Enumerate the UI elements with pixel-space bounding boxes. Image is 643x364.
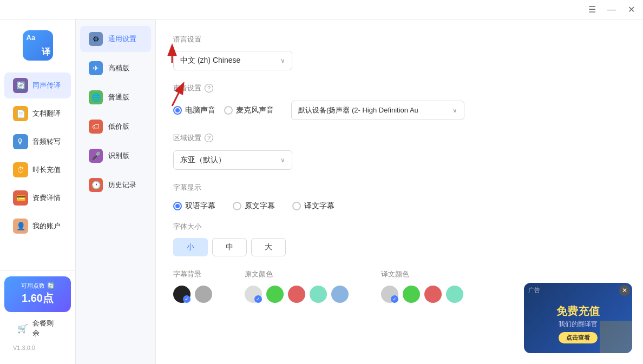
trans-color-group: 译文颜色 — [381, 269, 463, 303]
standard-label: 普通版 — [108, 92, 129, 102]
font-size-small[interactable]: 小 — [173, 238, 208, 256]
cart-icon: 🛒 — [17, 323, 28, 334]
radio-microphone-indicator — [224, 106, 233, 115]
subtitle-display-label: 字幕显示 — [173, 183, 626, 193]
my-account-label: 我的账户 — [32, 221, 61, 231]
region-help-icon[interactable]: ? — [205, 134, 213, 142]
source-color-options — [245, 286, 349, 303]
logo: Aa 译 — [0, 25, 75, 71]
bg-color-gray[interactable] — [195, 286, 212, 303]
bg-color-dark[interactable] — [173, 286, 191, 303]
cost-details-label: 资费详情 — [32, 193, 61, 203]
source-color-label: 原文颜色 — [245, 269, 349, 279]
ad-cta[interactable]: 点击查看 — [559, 332, 598, 343]
radio-microphone-label: 麦克风声音 — [236, 105, 274, 115]
sub-nav-standard[interactable]: 🌐 普通版 — [80, 84, 151, 110]
subtitle-original[interactable]: 原文字幕 — [233, 201, 275, 211]
trans-color-green[interactable] — [403, 286, 420, 303]
ad-label: 广告 — [528, 286, 540, 294]
main-content: 语言设置 中文 (zh) Chinese ∨ 声音设置 ? 电脑声音 麦克风声音… — [156, 19, 643, 364]
trans-color-red[interactable] — [424, 286, 442, 303]
points-label-row: 可用点数 🔄 — [11, 282, 64, 290]
font-size-label: 字体大小 — [173, 222, 626, 231]
audio-transcribe-icon: 🎙 — [13, 134, 28, 149]
sub-nav-high-precision[interactable]: ✈ 高精版 — [80, 55, 151, 81]
package-item[interactable]: 🛒 套餐剩余 — [9, 314, 67, 342]
device-select[interactable]: 默认设备(扬声器 (2- High Definition Au ∨ — [291, 101, 464, 120]
font-size-options: 小 中 大 — [173, 238, 626, 256]
simultaneous-label: 同声传译 — [32, 81, 61, 90]
sidebar-item-my-account[interactable]: 👤 我的账户 — [4, 213, 71, 239]
simultaneous-icon: 🔄 — [13, 78, 28, 93]
points-value: 1.60点 — [11, 291, 64, 306]
points-label-text: 可用点数 — [21, 282, 45, 290]
duration-recharge-icon: ⏱ — [13, 162, 28, 177]
source-color-white[interactable] — [245, 286, 262, 303]
ad-sub-text: 我们的翻译官 — [556, 320, 600, 329]
source-color-green[interactable] — [266, 286, 284, 303]
sidebar: Aa 译 🔄 同声传译 📄 文档翻译 🎙 音频转写 ⏱ 时长充值 💳 资费详情 … — [0, 19, 76, 364]
lang-select[interactable]: 中文 (zh) Chinese ∨ — [173, 51, 292, 70]
sidebar-item-audio-transcribe[interactable]: 🎙 音频转写 — [4, 129, 71, 155]
trans-color-teal[interactable] — [446, 286, 463, 303]
economy-label: 低价版 — [108, 122, 129, 131]
doc-translate-label: 文档翻译 — [32, 109, 61, 118]
region-chevron-icon: ∨ — [280, 156, 285, 164]
font-size-large[interactable]: 大 — [251, 238, 286, 256]
recognition-label: 识别版 — [108, 151, 129, 161]
subtitle-original-indicator — [233, 202, 241, 210]
ad-banner[interactable]: 广告 ✕ 免费充值 我们的翻译官 点击查看 — [524, 283, 632, 353]
sub-nav-history[interactable]: 🕐 历史记录 — [80, 172, 151, 198]
region-select[interactable]: 东亚（默认） ∨ — [173, 150, 292, 170]
source-color-red[interactable] — [288, 286, 305, 303]
lang-setting-section-title: 语言设置 — [173, 35, 626, 44]
lang-select-text: 中文 (zh) Chinese — [180, 56, 240, 65]
general-settings-icon: ⚙ — [89, 32, 103, 46]
subtitle-options: 双语字幕 原文字幕 译文字幕 — [173, 201, 626, 211]
subtitle-bilingual-label: 双语字幕 — [185, 201, 215, 211]
sidebar-item-doc-translate[interactable]: 📄 文档翻译 — [4, 101, 71, 127]
main-container: Aa 译 🔄 同声传译 📄 文档翻译 🎙 音频转写 ⏱ 时长充值 💳 资费详情 … — [0, 19, 643, 364]
sub-nav-economy[interactable]: 🏷 低价版 — [80, 114, 151, 140]
duration-recharge-label: 时长充值 — [32, 165, 61, 175]
trans-color-white[interactable] — [381, 286, 398, 303]
cost-details-icon: 💳 — [13, 190, 28, 206]
sidebar-item-duration-recharge[interactable]: ⏱ 时长充值 — [4, 157, 71, 183]
points-box: 可用点数 🔄 1.60点 — [4, 276, 71, 312]
refresh-icon[interactable]: 🔄 — [47, 282, 55, 289]
font-size-medium[interactable]: 中 — [212, 238, 247, 256]
subtitle-bilingual[interactable]: 双语字幕 — [173, 201, 215, 211]
audio-options-row: 电脑声音 麦克风声音 默认设备(扬声器 (2- High Definition … — [173, 101, 626, 120]
radio-computer-sound[interactable]: 电脑声音 — [173, 105, 215, 115]
high-precision-icon: ✈ — [89, 61, 103, 75]
region-setting-label: 区域设置 — [173, 133, 201, 143]
sidebar-item-simultaneous[interactable]: 🔄 同声传译 — [4, 72, 71, 98]
minimize-button[interactable]: — — [606, 4, 617, 15]
bg-color-options — [173, 286, 212, 303]
lang-chevron-icon: ∨ — [280, 57, 285, 64]
device-chevron-icon: ∨ — [452, 107, 457, 114]
audio-help-icon[interactable]: ? — [205, 84, 213, 92]
history-label: 历史记录 — [108, 180, 136, 190]
version-text: V1.3.0.0 — [4, 342, 71, 353]
sub-nav-general[interactable]: ⚙ 通用设置 — [80, 26, 151, 52]
app-logo: Aa 译 — [23, 30, 53, 61]
subtitle-translated[interactable]: 译文字幕 — [292, 201, 334, 211]
trans-color-label: 译文颜色 — [381, 269, 463, 279]
economy-icon: 🏷 — [89, 120, 103, 134]
bg-color-group: 字幕背景 — [173, 269, 212, 303]
doc-translate-icon: 📄 — [13, 106, 28, 121]
menu-icon[interactable]: ☰ — [587, 4, 598, 15]
sidebar-item-cost-details[interactable]: 💳 资费详情 — [4, 185, 71, 211]
high-precision-label: 高精版 — [108, 63, 129, 73]
radio-microphone[interactable]: 麦克风声音 — [224, 105, 274, 115]
source-color-teal[interactable] — [310, 286, 327, 303]
sub-nav-recognition[interactable]: 🎤 识别版 — [80, 143, 151, 169]
ad-close-button[interactable]: ✕ — [619, 285, 630, 296]
title-bar: ☰ — ✕ — [0, 0, 643, 19]
subtitle-translated-indicator — [292, 202, 301, 210]
source-color-blue[interactable] — [331, 286, 349, 303]
region-select-text: 东亚（默认） — [180, 155, 226, 165]
audio-transcribe-label: 音频转写 — [32, 137, 61, 147]
close-button[interactable]: ✕ — [626, 4, 637, 15]
